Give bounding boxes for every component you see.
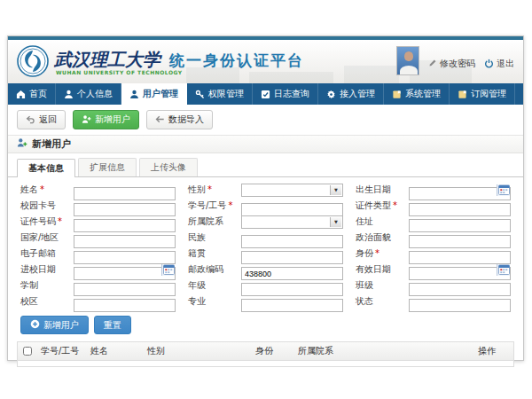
field-control (241, 295, 343, 309)
tab-basic-info[interactable]: 基本信息 (17, 159, 75, 177)
field-label: 邮政编码 (188, 263, 241, 276)
notebook-icon (458, 90, 467, 99)
field-label: 进校日期 (20, 263, 74, 276)
user-table-body (18, 361, 513, 366)
reset-button[interactable]: 重置 (94, 316, 131, 334)
dropdown-arrow-icon: ▼ (330, 185, 341, 195)
key-icon (195, 90, 205, 99)
back-button[interactable]: 返回 (17, 110, 66, 129)
platform-title: 统一身份认证平台 (169, 51, 304, 69)
select-all-checkbox[interactable] (23, 347, 32, 356)
logout-link[interactable]: 退出 (484, 58, 514, 75)
skyline-decoration (249, 72, 333, 83)
header-titles: 武汉理工大学统一身份认证平台 (54, 48, 304, 72)
nav-tab-personal-info[interactable]: 个人信息 (56, 83, 121, 105)
calendar-icon[interactable] (161, 264, 175, 276)
nav-tab-label: 订阅管理 (471, 88, 506, 100)
identity-field: 身份* (356, 246, 511, 261)
field-control: ▼ (241, 184, 343, 197)
field-label: 校园卡号 (20, 200, 74, 212)
add-user-toolbar-button[interactable]: 新增用户 (73, 110, 139, 129)
field-control (241, 263, 343, 277)
id-number-field: 证件号码* (20, 215, 176, 229)
field-label: 年级 (188, 279, 241, 292)
nav-tab-system-management[interactable]: 系统管理 (384, 83, 450, 105)
nav-tab-user-management[interactable]: 用户管理 (121, 83, 187, 105)
field-label: 专业 (188, 295, 241, 308)
status-input[interactable] (409, 299, 511, 312)
field-control (74, 279, 176, 293)
required-marker: * (207, 184, 212, 194)
data-import-button[interactable]: 数据导入 (146, 110, 213, 129)
field-label: 电子邮箱 (20, 247, 74, 260)
university-logo-icon (17, 45, 49, 77)
field-label: 证件类型* (356, 200, 409, 212)
field-control (409, 184, 511, 197)
address-field: 住址 (356, 215, 511, 229)
gender-select[interactable]: ▼ (241, 184, 343, 197)
submit-add-user-button[interactable]: 新增用户 (20, 316, 89, 334)
schooling-length-field: 学制 (20, 278, 176, 293)
political-status-field: 政治面貌 (356, 231, 511, 245)
required-marker: * (375, 248, 379, 258)
user-box: 修改密码 退出 (396, 46, 514, 75)
nav-tab-label: 权限管理 (208, 88, 244, 100)
form-tabs: 基本信息扩展信息上传头像 (8, 153, 523, 177)
skyline-decoration (344, 66, 399, 83)
student-id-field: 学号/工号* (188, 199, 343, 213)
calendar-icon[interactable] (497, 264, 510, 276)
gear-icon (326, 90, 336, 99)
required-marker: * (40, 184, 44, 194)
tab-upload-avatar[interactable]: 上传头像 (139, 158, 198, 176)
nav-tab-access-management[interactable]: 接入管理 (318, 83, 384, 105)
nav-tab-subscription-management[interactable]: 订阅管理 (450, 83, 515, 105)
user-icon (129, 90, 139, 99)
field-control (74, 215, 176, 229)
field-control (409, 215, 511, 229)
major-input[interactable] (241, 299, 343, 312)
country-region-field: 国家/地区 (20, 231, 176, 245)
change-password-link[interactable]: 修改密码 (428, 58, 475, 75)
add-user-section-icon (17, 137, 27, 151)
field-label: 姓名* (20, 184, 74, 196)
user-table-header: 学号/工号姓名性别身份所属院系操作 (18, 342, 513, 361)
nav-tab-label: 用户管理 (143, 88, 178, 100)
table-header-1: 姓名 (87, 345, 144, 357)
main-nav: 首页个人信息用户管理权限管理日志查询接入管理系统管理订阅管理 (8, 83, 523, 105)
dropdown-arrow-icon: ▼ (330, 217, 341, 227)
field-label: 状态 (356, 295, 409, 308)
field-label: 学制 (20, 279, 74, 292)
id-type-field: 证件类型* (356, 199, 511, 213)
user-table: 学号/工号姓名性别身份所属院系操作 (17, 341, 514, 367)
notebook-icon (392, 90, 402, 99)
university-name: 武汉理工大学 (54, 49, 160, 70)
field-control (74, 200, 176, 213)
table-header-5: 操作 (474, 345, 513, 357)
pencil-icon (428, 59, 437, 69)
field-label: 有效日期 (356, 263, 409, 276)
campus-input[interactable] (74, 299, 176, 312)
tab-extended-info[interactable]: 扩展信息 (78, 158, 137, 176)
field-control (241, 279, 343, 293)
nav-tab-log-query[interactable]: 日志查询 (253, 83, 318, 105)
department-select[interactable]: ▼ (241, 215, 343, 229)
home-icon (16, 90, 26, 99)
nav-tab-permission-management[interactable]: 权限管理 (187, 83, 253, 105)
table-header-2: 性别 (144, 345, 252, 357)
nav-tab-home[interactable]: 首页 (8, 83, 56, 105)
toolbar: 返回 新增用户 数据导入 (8, 105, 523, 136)
check-square-icon (261, 90, 270, 99)
department-field: 所属院系▼ (188, 215, 343, 229)
ethnicity-field: 民族 (188, 231, 343, 245)
field-control (409, 295, 511, 309)
field-label: 出生日期 (356, 184, 409, 196)
field-control (74, 247, 176, 261)
field-label: 性别* (188, 184, 241, 196)
section-title-bar: 新增用户 (8, 136, 523, 153)
calendar-icon[interactable] (497, 184, 510, 196)
field-control (409, 200, 511, 213)
nav-tab-label: 日志查询 (274, 88, 309, 100)
field-control (409, 279, 511, 293)
content-area: 返回 新增用户 数据导入 新增用户 基本信息扩展信息上传头像 姓名*性别*▼出生… (8, 105, 523, 367)
field-control (409, 231, 511, 245)
